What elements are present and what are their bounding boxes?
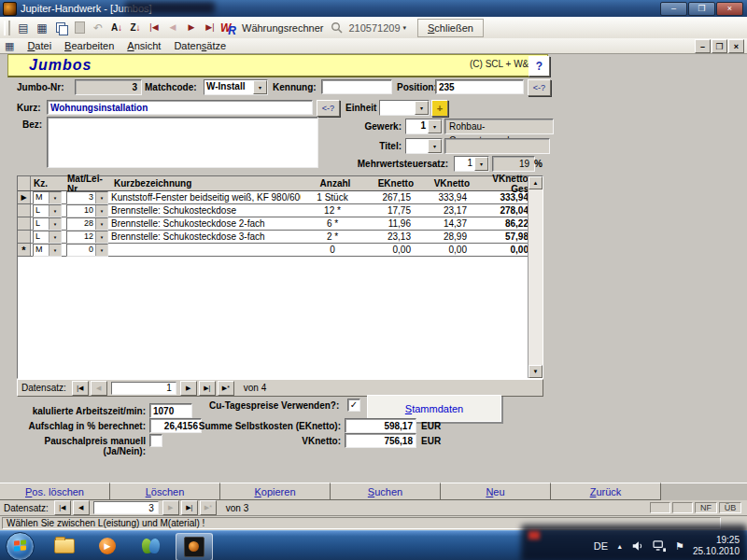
cell-vk[interactable]: 28,99 bbox=[420, 231, 476, 242]
kurz-ref-button[interactable]: <-? bbox=[317, 100, 340, 117]
taskbar-explorer-icon[interactable] bbox=[47, 533, 82, 559]
copy-icon[interactable] bbox=[51, 19, 70, 36]
next-record-icon[interactable]: ▶ bbox=[182, 19, 201, 36]
pauschalpreis-checkbox[interactable] bbox=[149, 434, 162, 447]
close-button[interactable]: × bbox=[716, 2, 743, 16]
nr-combo[interactable]: 28▾ bbox=[66, 217, 108, 231]
gewerk-combo[interactable]: 1 ▾ bbox=[405, 119, 443, 134]
suchen-button[interactable]: Suchen bbox=[331, 483, 441, 500]
previous-record-icon[interactable]: ◀ bbox=[163, 19, 182, 36]
nr-combo[interactable]: 10▾ bbox=[66, 204, 108, 217]
cell-vkg[interactable]: 86,22 bbox=[476, 218, 534, 229]
col-kz[interactable]: Kz. bbox=[31, 178, 67, 189]
cell-qty[interactable]: 2 * bbox=[301, 231, 364, 242]
summe-input[interactable] bbox=[345, 418, 416, 433]
new-record-selector[interactable]: * bbox=[18, 244, 31, 256]
last-record-icon[interactable]: ▶| bbox=[201, 19, 219, 36]
search-icon[interactable] bbox=[331, 21, 343, 34]
pos-loeschen-button[interactable]: Pos. löschen bbox=[0, 483, 110, 500]
kz-combo[interactable]: L▾ bbox=[33, 231, 62, 244]
start-button[interactable] bbox=[6, 532, 35, 560]
mdi-close-button[interactable]: × bbox=[728, 39, 744, 53]
col-qty[interactable]: Anzahl bbox=[303, 178, 367, 189]
cell-ek[interactable]: 17,75 bbox=[364, 205, 420, 216]
current-record-field[interactable]: 1 bbox=[111, 382, 176, 395]
taskbar-messenger-icon[interactable] bbox=[133, 533, 168, 559]
undo-icon[interactable]: ↶ bbox=[89, 19, 107, 36]
chevron-down-icon[interactable]: ▾ bbox=[428, 139, 442, 153]
previous-record-button[interactable]: ◀ bbox=[73, 500, 90, 515]
cell-qty[interactable]: 1 Stück bbox=[301, 192, 364, 203]
cell-ek[interactable]: 23,13 bbox=[364, 231, 420, 242]
cell-vk[interactable]: 0,00 bbox=[420, 245, 476, 255]
cell-vk[interactable]: 14,37 bbox=[420, 218, 476, 229]
cell-vk[interactable]: 333,94 bbox=[420, 192, 476, 203]
loeschen-button[interactable]: Löschen bbox=[110, 483, 220, 500]
cell-qty[interactable]: 6 * bbox=[301, 218, 364, 229]
table-row[interactable]: L▾ 10▾ Brennstelle: Schukosteckdose 12 *… bbox=[18, 204, 543, 217]
kz-combo[interactable]: M▾ bbox=[33, 191, 62, 204]
cell-vkg[interactable]: 57,98 bbox=[476, 231, 534, 242]
kz-combo[interactable]: L▾ bbox=[33, 217, 62, 231]
col-vk[interactable]: VKnetto bbox=[423, 178, 479, 189]
position-ref-button[interactable]: <-? bbox=[528, 79, 551, 96]
table-row-new[interactable]: * M▾ 0▾ 0 0,00 0,00 0,00 bbox=[18, 244, 543, 257]
action-center-flag-icon[interactable]: ⚑ bbox=[675, 540, 684, 553]
taskbar-media-player-icon[interactable]: ▶ bbox=[90, 533, 125, 559]
table-scrollbar[interactable]: ▲ ▼ bbox=[528, 176, 543, 378]
cell-vkg[interactable]: 278,04 bbox=[476, 205, 534, 216]
new-record-button[interactable]: ▶* bbox=[218, 381, 234, 396]
table-row[interactable]: L▾ 12▾ Brennstelle: Schukosteckdose 3-fa… bbox=[18, 231, 543, 244]
first-record-icon[interactable]: |◀ bbox=[145, 19, 163, 36]
cell-desc[interactable]: Brennstelle: Schukosteckdose 3-fach bbox=[107, 231, 301, 242]
sort-ascending-icon[interactable]: A↓ bbox=[107, 19, 126, 36]
record-number-combo[interactable]: 210571209 ▾ bbox=[348, 22, 406, 34]
cell-qty[interactable]: 0 bbox=[301, 245, 364, 255]
first-record-button[interactable]: |◀ bbox=[54, 500, 71, 515]
sort-descending-icon[interactable]: Z↓ bbox=[126, 19, 145, 36]
mwst-combo[interactable]: 1 ▾ bbox=[454, 156, 489, 172]
record-selector[interactable] bbox=[18, 231, 31, 243]
menu-datensaetze[interactable]: Datensätze bbox=[167, 39, 233, 52]
kennung-input[interactable] bbox=[321, 79, 392, 94]
kz-combo[interactable]: L▾ bbox=[33, 204, 62, 217]
position-input[interactable] bbox=[435, 79, 524, 94]
next-record-button[interactable]: ▶ bbox=[162, 500, 179, 515]
language-indicator[interactable]: DE bbox=[594, 540, 608, 552]
scroll-up-icon[interactable]: ▲ bbox=[529, 176, 543, 189]
cell-vkg[interactable]: 333,94 bbox=[476, 192, 534, 203]
matchcode-combo[interactable]: W-Install ▾ bbox=[204, 79, 268, 95]
kurz-input[interactable] bbox=[47, 100, 313, 115]
taskbar-clock[interactable]: 19:25 25.10.2010 bbox=[693, 535, 740, 558]
neu-button[interactable]: Neu bbox=[441, 483, 551, 500]
table-row[interactable]: L▾ 28▾ Brennstelle: Schukosteckdose 2-fa… bbox=[18, 217, 543, 231]
cell-desc[interactable]: Kunststoff-Fenster beidseitig weiß, KF 9… bbox=[107, 192, 301, 203]
col-ek[interactable]: EKnetto bbox=[367, 178, 423, 189]
menu-ansicht[interactable]: Ansicht bbox=[120, 39, 167, 52]
chevron-down-icon[interactable]: ▾ bbox=[253, 80, 267, 94]
cell-desc[interactable]: Brennstelle: Schukosteckdose 2-fach bbox=[107, 218, 301, 229]
cell-ek[interactable]: 0,00 bbox=[364, 245, 420, 255]
mdi-restore-button[interactable]: ❐ bbox=[712, 39, 727, 53]
previous-record-button[interactable]: ◀ bbox=[91, 381, 107, 396]
chevron-down-icon[interactable]: ▾ bbox=[428, 119, 442, 133]
cell-desc[interactable]: Brennstelle: Schukosteckdose bbox=[107, 205, 301, 216]
zurueck-button[interactable]: Zurück bbox=[551, 483, 661, 500]
arbeitszeit-input[interactable] bbox=[149, 403, 192, 418]
vknetto-input[interactable] bbox=[345, 433, 416, 448]
form-view-icon[interactable]: ▤ bbox=[14, 19, 33, 36]
maximize-button[interactable]: ❐ bbox=[688, 2, 715, 16]
kz-combo[interactable]: M▾ bbox=[33, 244, 62, 257]
next-record-button[interactable]: ▶ bbox=[180, 381, 197, 396]
last-record-button[interactable]: ▶| bbox=[181, 500, 198, 515]
record-selector[interactable] bbox=[18, 217, 31, 230]
nr-combo[interactable]: 0▾ bbox=[66, 244, 108, 257]
help-button[interactable]: ? bbox=[529, 56, 550, 77]
mdi-minimize-button[interactable]: – bbox=[695, 39, 711, 53]
menu-datei[interactable]: Datei bbox=[21, 39, 58, 52]
cell-qty[interactable]: 12 * bbox=[301, 205, 364, 216]
scroll-down-icon[interactable]: ▼ bbox=[529, 365, 543, 378]
cu-tagespreise-checkbox[interactable]: ✓ bbox=[347, 399, 360, 412]
new-record-button[interactable]: ▶* bbox=[200, 500, 217, 515]
cell-vkg[interactable]: 0,00 bbox=[476, 245, 534, 255]
